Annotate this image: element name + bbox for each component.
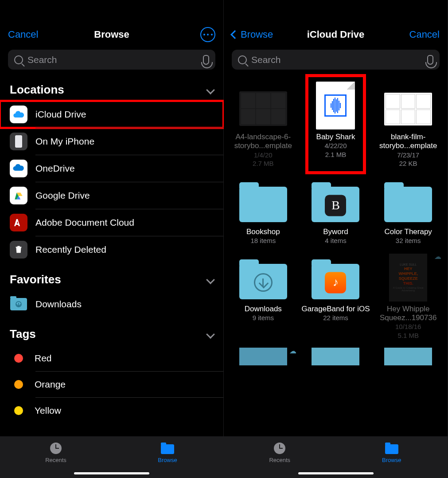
tag-orange[interactable]: Orange [0,372,223,397]
favorites-header[interactable]: Favorites [0,263,223,291]
folder-partial[interactable] [300,346,372,370]
microphone-icon[interactable] [203,55,209,65]
home-indicator[interactable] [74,472,149,474]
folder-downloads[interactable]: Downloads 9 items [227,251,299,342]
iphone-icon [10,133,27,150]
folder-icon [384,348,432,365]
tag-dot-icon [14,380,23,389]
file-baby-shark[interactable]: Baby Shark 4/22/20 2.1 MB [300,79,372,170]
tag-dot-icon [14,354,23,363]
folder-icon [312,348,359,365]
byword-app-icon: B [325,195,346,216]
adobe-icon [10,214,27,231]
tab-recents[interactable]: Recents [224,442,336,463]
tag-yellow[interactable]: Yellow [0,398,223,423]
files-grid: A4-landscape-6-storybo...emplate 1/4/20 … [227,79,444,370]
folder-icon [239,348,287,365]
tab-browse[interactable]: Browse [336,442,448,463]
cancel-button[interactable]: Cancel [8,29,38,40]
home-indicator[interactable] [298,472,374,474]
location-icloud-drive[interactable]: iCloud Drive [0,101,223,128]
search-icon [14,55,23,64]
cloud-download-icon: ☁ [434,252,441,261]
clock-icon [50,443,62,454]
tab-recents[interactable]: Recents [0,442,112,463]
chevron-down-icon [206,330,215,339]
folder-icon [239,187,287,222]
tab-bar: Recents Browse [224,436,448,478]
location-recently-deleted[interactable]: Recently Deleted [0,236,223,263]
search-field[interactable]: Search [8,50,215,70]
folder-color-therapy[interactable]: Color Therapy 32 items [372,174,444,247]
cancel-button[interactable]: Cancel [409,29,440,40]
file-blank-film-storyboard[interactable]: blank-film-storybo...emplate 7/23/17 22 … [372,79,444,170]
file-a4-storyboard[interactable]: A4-landscape-6-storybo...emplate 1/4/20 … [227,79,299,170]
location-google-drive[interactable]: Google Drive [0,182,223,209]
search-placeholder: Search [251,55,423,65]
folder-icon [384,187,432,222]
folder-bookshop[interactable]: Bookshop 18 items [227,174,299,247]
google-drive-icon [10,187,27,204]
search-placeholder: Search [27,55,199,65]
more-options-button[interactable] [200,27,215,42]
back-button[interactable]: Browse [232,29,280,40]
folder-icon: ♪ [312,264,359,299]
document-thumb-icon [384,93,432,125]
navbar: Cancel Browse [0,26,223,43]
chevron-left-icon [230,30,239,39]
file-hey-whipple[interactable]: ☁ LUKE SULL HEYWHIPPLE,SQUEEZETHIS. A Gu… [372,251,444,342]
search-icon [238,55,247,64]
onedrive-icon [10,160,27,177]
location-adobe-document-cloud[interactable]: Adobe Document Cloud [0,209,223,236]
chevron-down-icon [206,275,215,284]
folder-icon: B [312,187,359,222]
garageband-app-icon: ♪ [325,272,346,293]
cloud-download-icon: ☁ [289,347,296,355]
location-on-my-iphone[interactable]: On My iPhone [0,128,223,155]
folder-partial[interactable] [372,346,444,370]
tag-red[interactable]: Red [0,345,223,371]
document-thumb-icon [239,91,287,126]
folder-partial[interactable]: ☁ [227,346,299,370]
favorite-downloads[interactable]: Downloads [0,291,223,317]
icloud-icon [10,106,27,123]
browse-pane: Cancel Browse Search Locations iCloud Dr… [0,0,224,478]
tab-browse[interactable]: Browse [112,442,223,463]
navbar: Browse iCloud Drive Cancel [224,26,448,43]
tab-bar: Recents Browse [0,436,223,478]
folder-byword[interactable]: B Byword 4 items [300,174,372,247]
icloud-drive-pane: Browse iCloud Drive Cancel Search A4-lan… [224,0,448,478]
downloads-icon [254,273,273,292]
audio-document-icon [316,82,355,129]
locations-header[interactable]: Locations [0,70,223,101]
folder-garageband[interactable]: ♪ GarageBand for iOS 22 items [300,251,372,342]
clock-icon [274,443,285,454]
folder-icon [161,444,174,454]
downloads-folder-icon [10,295,27,313]
trash-icon [10,241,27,259]
chevron-down-icon [206,86,215,94]
location-onedrive[interactable]: OneDrive [0,155,223,182]
search-field[interactable]: Search [232,50,440,70]
tags-header[interactable]: Tags [0,317,223,345]
folder-icon [239,264,287,299]
tag-dot-icon [14,406,23,415]
book-cover-icon: LUKE SULL HEYWHIPPLE,SQUEEZETHIS. A Guid… [389,254,427,302]
microphone-icon[interactable] [427,55,433,65]
folder-icon [385,444,398,454]
